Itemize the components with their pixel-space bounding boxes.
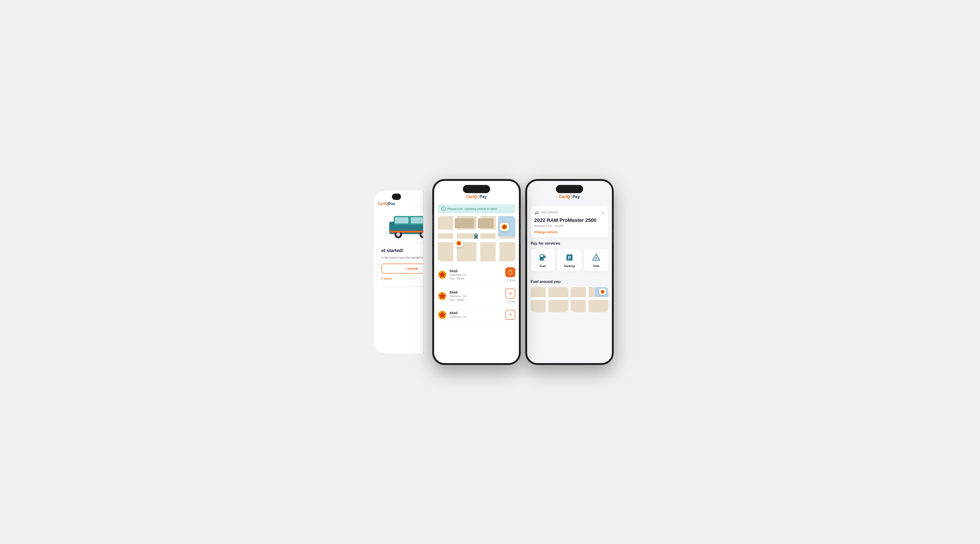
station-3-navigate-button[interactable] [505, 310, 515, 320]
navigate-icon-3 [508, 312, 512, 317]
vehicle-label: 🚐 Your vehicle [535, 210, 558, 214]
status-message: Please wait. Updating vehicle location. [448, 207, 498, 211]
station-item-3[interactable]: Shell California, CA [438, 307, 515, 323]
station-1-tags: Gas · Diesel [450, 277, 503, 280]
brand-iq: IQ [384, 202, 388, 206]
fuel-label: Fuel [539, 264, 546, 268]
station-2-location: California, CA [450, 295, 503, 298]
loading-spinner [508, 270, 512, 274]
p2-brand-iq: IQ [473, 195, 477, 199]
vehicle-name: 2022 RAM ProMaster 2500 [535, 217, 605, 223]
station-3-info: Shell California, CA [450, 311, 503, 319]
services-section: Pay for services Fuel [527, 241, 612, 279]
station-item-2[interactable]: Shell California, CA Gas · Diesel 2.4 mi [438, 285, 515, 307]
svg-rect-2 [395, 217, 409, 224]
station-1-action-button[interactable] [505, 267, 515, 277]
svg-point-14 [474, 238, 476, 239]
fuel-map-preview-1 [531, 287, 568, 312]
station-1-info: Shell California, CA Gas · Diesel [450, 269, 503, 280]
navigate-icon [508, 291, 512, 296]
p3-brand-pay: Pay [573, 195, 580, 199]
station-1-distance: 2.4 mi [507, 279, 515, 282]
map-pin-shell-2 [455, 239, 463, 247]
svg-rect-12 [475, 234, 476, 235]
p2-brand-car: Car [466, 195, 473, 199]
vehicle-icon: 🚐 [535, 210, 539, 214]
station-1-name: Shell [450, 269, 503, 273]
svg-rect-8 [389, 231, 430, 233]
status-bar: i Please wait. Updating vehicle location… [438, 204, 515, 213]
svg-rect-20 [544, 255, 546, 258]
tolls-label: Tolls [593, 264, 600, 268]
change-vehicle-link[interactable]: Change vehicle [535, 230, 605, 234]
station-2-navigate-button[interactable] [505, 289, 515, 298]
car-location-dot [474, 233, 478, 240]
station-3-logo [438, 310, 447, 319]
info-icon: i [441, 206, 446, 211]
phone-2-notch [463, 185, 490, 193]
phone-3-screen: CarIQ|Pay 🚐 Your vehicle ⌄ 2022 RAM ProM… [527, 181, 612, 363]
station-3-name: Shell [450, 311, 503, 315]
map-pin-shell-1 [500, 223, 509, 231]
station-1-logo [438, 270, 447, 279]
station-item-1[interactable]: Shell California, CA Gas · Diesel 2.4 mi [438, 264, 515, 285]
p3-brand-car: Car [559, 195, 566, 199]
svg-rect-3 [411, 217, 423, 224]
station-2-name: Shell [450, 290, 503, 294]
parking-service-card[interactable]: P Parking [557, 249, 582, 271]
fuel-map-shell-pin [599, 289, 606, 295]
vehicle-sub: Amanda's car · #122B [535, 224, 605, 228]
fuel-map-preview-2 [571, 287, 608, 312]
svg-rect-13 [476, 234, 477, 235]
phone-3-notch [556, 185, 583, 193]
svg-rect-21 [540, 255, 543, 257]
svg-point-5 [396, 233, 400, 236]
svg-point-7 [421, 233, 425, 236]
phone-2-mute-button [520, 229, 521, 245]
services-section-title: Pay for services [531, 241, 608, 246]
fuel-service-card[interactable]: Fuel [531, 249, 555, 271]
station-1-location: California, CA [450, 273, 503, 276]
parking-label: Parking [564, 264, 575, 268]
tolls-icon: $ [591, 252, 601, 262]
station-2-logo [438, 292, 447, 301]
phone-2: CarIQ|Pay i Please wait. Updating vehicl… [432, 179, 521, 365]
brand-car: Car [378, 202, 384, 206]
brand-pay: Pay [389, 202, 395, 206]
phone-3: CarIQ|Pay 🚐 Your vehicle ⌄ 2022 RAM ProM… [525, 179, 614, 365]
fuel-around-section: Fuel around you [527, 279, 612, 312]
p3-brand-iq: IQ [566, 195, 570, 199]
phone-1-notch [392, 193, 401, 200]
station-list: Shell California, CA Gas · Diesel 2.4 mi [434, 264, 519, 323]
vehicle-card[interactable]: 🚐 Your vehicle ⌄ 2022 RAM ProMaster 2500… [531, 206, 608, 238]
phone-2-screen: CarIQ|Pay i Please wait. Updating vehicl… [434, 181, 519, 363]
svg-text:$: $ [596, 257, 597, 259]
map-area [438, 216, 515, 261]
phone-3-content: CarIQ|Pay 🚐 Your vehicle ⌄ 2022 RAM ProM… [527, 181, 612, 363]
station-2-distance: 2.4 mi [507, 300, 515, 303]
phone-3-volume-button [525, 215, 526, 233]
fuel-icon [538, 252, 548, 262]
vehicle-label-text: Your vehicle [541, 210, 558, 214]
parking-icon: P [565, 252, 574, 262]
scene: CarIQ|Pay [0, 0, 980, 544]
fuel-section-title: Fuel around you [531, 279, 608, 284]
chevron-down-icon[interactable]: ⌄ [601, 210, 605, 215]
svg-text:P: P [568, 255, 571, 260]
tolls-service-card[interactable]: $ Tolls [584, 249, 608, 271]
car-illustration [387, 209, 437, 239]
shell-logo-map-2 [456, 241, 461, 246]
svg-point-15 [477, 238, 478, 239]
phone-2-power-button [520, 209, 521, 224]
phone-3-mute-button [613, 229, 614, 245]
vehicle-card-header: 🚐 Your vehicle ⌄ [535, 210, 605, 215]
services-grid: Fuel P Parking [531, 249, 608, 271]
shell-logo-map-1 [501, 224, 508, 230]
station-2-tags: Gas · Diesel [450, 298, 503, 301]
p2-brand-pay: Pay [479, 195, 487, 199]
phone-3-power-button [613, 209, 614, 224]
station-3-location: California, CA [450, 315, 503, 319]
station-2-info: Shell California, CA Gas · Diesel [450, 290, 503, 301]
phone-2-volume-button [432, 215, 433, 233]
